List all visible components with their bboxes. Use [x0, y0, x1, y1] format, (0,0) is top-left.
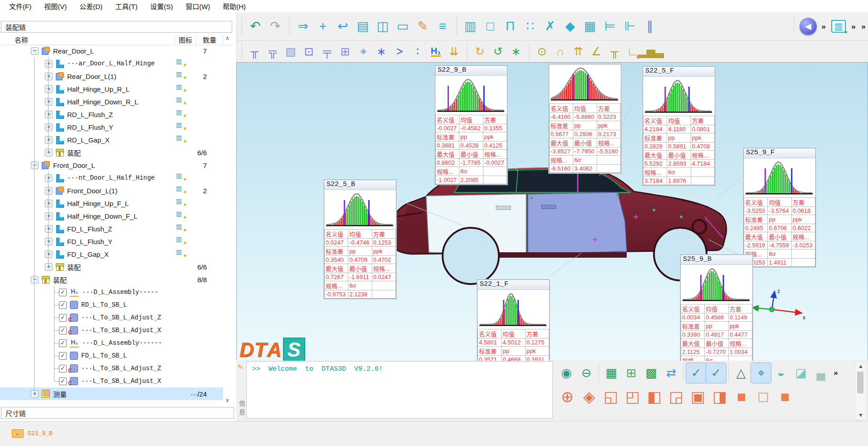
expand-icon[interactable]: + — [45, 263, 53, 271]
notes-document-icon[interactable]: ≡ — [433, 15, 453, 37]
tree-item[interactable]: −Front_Door_L7 — [0, 159, 223, 172]
frame-face-icon[interactable]: □ — [480, 15, 500, 37]
tree-item[interactable]: +RD_L_Flush_Y — [0, 121, 223, 133]
tree-item[interactable]: +RD_L_Flush_Z — [0, 108, 223, 121]
toolbar-handle[interactable] — [288, 18, 290, 35]
tree-item[interactable]: −装配8/8 — [0, 273, 223, 286]
expand-icon[interactable]: + — [45, 187, 53, 195]
scroll-down-icon[interactable]: ∨ — [225, 397, 229, 403]
point-cloud-icon[interactable]: ∷ — [520, 15, 540, 37]
expand-icon[interactable]: + — [45, 136, 53, 144]
cube-press-icon[interactable]: ⇊ — [445, 43, 463, 61]
h1-datum-icon[interactable]: H₁ — [427, 43, 445, 61]
info-tab[interactable]: 信息 — [237, 400, 246, 417]
message-console[interactable]: >> Welcome to DTAS3D V9.2.0! — [246, 361, 553, 418]
checkbox-checked[interactable]: ✓ — [59, 301, 67, 309]
measure-grid-icon[interactable] — [176, 97, 185, 106]
distribution-panel[interactable]: S25_9_F名义值均值方差-3.5253-3.57640.0618标准差ppp… — [743, 148, 816, 267]
scroll-thumb[interactable] — [857, 372, 863, 393]
tree-scrollbar[interactable]: ∧ ∨ — [224, 35, 232, 403]
tree-item[interactable]: +装配6/6 — [0, 146, 223, 159]
collapse-icon[interactable]: − — [31, 162, 39, 169]
star-network-icon[interactable]: ∗ — [507, 43, 525, 61]
cube-face-front-icon[interactable]: ◲ — [665, 386, 687, 407]
clamp-open-icon[interactable]: ╥ — [245, 43, 263, 61]
tree-item[interactable]: ✓···L_To_SB_L_Adjust_X — [0, 324, 223, 337]
mesh-grid-icon[interactable]: ▦ — [580, 15, 600, 37]
tree-item[interactable]: +Half_Hinge_Down_F_L — [0, 210, 223, 222]
overflow-icon[interactable]: » — [858, 15, 868, 37]
measure-grid-icon[interactable] — [176, 84, 185, 93]
measure-grid-icon[interactable] — [176, 224, 185, 233]
tree-item[interactable]: −Rear_Door_L7 — [0, 44, 223, 57]
tree-item[interactable]: +···ar_Door_L_Half_Hinge — [0, 57, 223, 70]
edit-document-icon[interactable]: ✎ — [413, 15, 433, 37]
point-link-icon[interactable]: ∶ — [409, 43, 427, 61]
measure-grid-icon[interactable] — [176, 211, 185, 221]
expand-icon[interactable]: + — [31, 390, 39, 398]
expand-icon[interactable]: + — [45, 212, 53, 220]
export-model-icon[interactable]: ⇒ — [293, 15, 313, 37]
redo-icon[interactable]: ↷ — [265, 15, 285, 37]
polyline-angle-icon[interactable]: > — [390, 43, 409, 61]
menu-window[interactable]: 窗口(W) — [179, 0, 216, 12]
cube-face-top-icon[interactable]: ◰ — [622, 386, 644, 407]
distribution-panel[interactable]: S22_1_F名义值均值方差4.58014.50120.1275标准差ppppk… — [477, 279, 550, 361]
panel-title[interactable]: S22_1_F — [478, 280, 549, 290]
report-comparison-icon[interactable]: ◫ — [373, 15, 393, 37]
collapse-icon[interactable]: − — [31, 276, 39, 284]
section-cross-icon[interactable]: ✗ — [540, 15, 560, 37]
menu-view[interactable]: 视图(V) — [38, 0, 73, 12]
hide-element-icon[interactable]: ⊖ — [576, 363, 596, 383]
histogram-result-icon[interactable]: ▂▅▃ — [642, 43, 660, 61]
skip-start-icon[interactable]: ◀ — [798, 15, 819, 37]
measure-grid-icon[interactable] — [176, 199, 185, 208]
distribution-panel[interactable]: S25_9_B名义值均值方差0.00340.45860.1149标准差ppppk… — [680, 255, 753, 361]
tree-item[interactable]: +Front_Door_L(1)2 — [0, 184, 223, 197]
panel-title[interactable]: S22_9_B — [435, 66, 507, 76]
swap-views-icon[interactable]: ⇄ — [661, 363, 681, 383]
expand-icon[interactable]: + — [45, 225, 53, 233]
grid-outline-icon[interactable]: ⊞ — [621, 363, 641, 383]
3d-viewport[interactable]: S22_9_B名义值均值方差-0.0027-0.45820.1355标准差ppp… — [236, 62, 868, 361]
cube-solid-big-icon[interactable]: ■ — [731, 386, 752, 407]
new-report-icon[interactable]: + — [313, 15, 333, 37]
expand-icon[interactable]: + — [45, 174, 53, 182]
menu-tools[interactable]: 工具(T) — [109, 0, 144, 12]
distribution-panel[interactable]: S22_9_B名义值均值方差-0.0027-0.45820.1355标准差ppp… — [435, 65, 507, 185]
checkbox-checked[interactable]: ✓ — [59, 377, 67, 385]
circle-runout-icon[interactable]: ⊙ — [533, 43, 551, 61]
menu-file[interactable]: 文件(F) — [3, 0, 38, 12]
cylinder-rotate-ccw-icon[interactable]: ↺ — [489, 43, 507, 61]
machine-config-icon[interactable]: ▥* — [829, 15, 848, 37]
distribution-panel[interactable]: 名义值均值方差-6.4160-5.88600.3223标准差ppppk0.567… — [549, 64, 621, 173]
overflow-icon[interactable]: » — [848, 15, 858, 37]
tree-item[interactable]: +RD_L_Gap_X — [0, 133, 223, 146]
distribution-panel[interactable]: S22_5_B名义值均值方差0.0247-0.47460.1253标准差pppp… — [324, 180, 396, 299]
frame-document-icon[interactable]: ▭ — [393, 15, 413, 37]
expand-icon[interactable]: + — [45, 123, 53, 131]
expand-icon[interactable]: + — [45, 149, 53, 157]
dock-scrollbar[interactable]: ▲ ▼ — [854, 361, 867, 420]
undo-icon[interactable]: ↶ — [245, 15, 265, 37]
expand-icon[interactable]: + — [45, 85, 53, 93]
checkbox-checked[interactable]: ✓ — [59, 352, 67, 360]
tree-item[interactable]: ✓···L_To_SB_L_Adjust_Z — [0, 311, 223, 324]
tree-item[interactable]: +装配6/6 — [0, 260, 223, 273]
scroll-up-icon[interactable]: ▲ — [858, 363, 863, 369]
cube-inspect-icon[interactable]: ⊡ — [300, 43, 318, 61]
arrows-up-icon[interactable]: ⇈ — [569, 43, 587, 61]
cube-face-left-icon[interactable]: ◧ — [644, 386, 665, 407]
measure-grid-icon[interactable] — [176, 173, 185, 182]
section-box-icon[interactable]: ⊞ — [336, 43, 354, 61]
checkbox-checked[interactable]: ✓ — [59, 339, 67, 347]
tree-item[interactable]: ✓FD_L_To_SB_L — [0, 349, 223, 362]
checkbox-checked[interactable]: ✓ — [59, 365, 67, 372]
polygon-patch-icon[interactable]: ◆ — [560, 15, 580, 37]
toolbar-handle[interactable] — [240, 43, 243, 60]
report-histogram-icon[interactable]: ▤ — [353, 15, 373, 37]
menu-tolerance[interactable]: 公差(D) — [73, 0, 109, 12]
measure-grid-icon[interactable] — [176, 110, 185, 119]
expand-icon[interactable]: + — [45, 238, 53, 245]
checkbox-checked[interactable]: ✓ — [59, 314, 67, 322]
